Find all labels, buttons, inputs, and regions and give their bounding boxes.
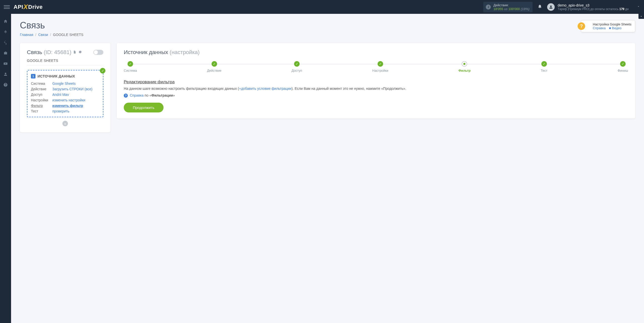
- connection-card: Связь (ID: 45681) GOOGLE SHEETS ✓: [20, 43, 110, 132]
- source-row-key: Фильтр: [31, 104, 52, 108]
- help-video-link[interactable]: Видео: [612, 26, 621, 30]
- info-icon: i: [486, 5, 491, 10]
- step[interactable]: ✓Система: [124, 61, 137, 72]
- step-label: Тест: [541, 69, 547, 72]
- step-done-icon: ✓: [294, 61, 300, 67]
- breadcrumb-home[interactable]: Главная: [20, 33, 33, 37]
- hamburger-icon[interactable]: [4, 4, 10, 10]
- help-box: ? Настройка Google Sheets Справка ■ Виде…: [581, 20, 635, 32]
- continue-button[interactable]: Продолжить: [124, 103, 164, 112]
- actions-label: Действия:: [493, 3, 529, 7]
- dollar-icon[interactable]: [3, 40, 8, 45]
- gear-icon[interactable]: [78, 50, 82, 55]
- step-done-icon: ✓: [378, 61, 383, 67]
- side-rail: [0, 14, 11, 323]
- step-done-icon: ✓: [541, 61, 547, 67]
- help-inline-icon: ?: [124, 94, 128, 98]
- add-filter-link[interactable]: добавить условие фильтрации: [241, 87, 292, 91]
- step-label: Настройки: [372, 69, 388, 72]
- step[interactable]: ✓Доступ: [292, 61, 302, 72]
- source-row-key: Действие: [31, 87, 52, 91]
- actions-values: 18'055 из 100'000 (18%): [493, 7, 529, 11]
- step-label: Система: [124, 69, 137, 72]
- user-icon[interactable]: [3, 72, 8, 77]
- breadcrumb: Главная / Связи / GOOGLE SHEETS: [20, 33, 83, 37]
- main-content: Связь Главная / Связи / GOOGLE SHEETS ? …: [11, 14, 644, 323]
- user-info: demo_apix-drive_s3 Тариф |Премиум PRO| д…: [558, 3, 629, 11]
- filter-help-ref[interactable]: Справка: [130, 93, 144, 97]
- breadcrumb-current: GOOGLE SHEETS: [53, 33, 84, 37]
- source-number: 1: [31, 74, 35, 78]
- source-row-value[interactable]: Andrii Mav: [52, 93, 99, 97]
- source-row-value[interactable]: изменить фильтр: [52, 104, 99, 108]
- source-row-key: Тест: [31, 109, 52, 113]
- step-label: Финиш: [618, 69, 628, 72]
- step-current-icon: [462, 61, 467, 67]
- stepper: ✓Система✓Действие✓Доступ✓НастройкиФильтр…: [124, 61, 628, 72]
- filter-heading: Редактирование фильтра: [124, 79, 628, 85]
- step-label: Фильтр: [458, 69, 471, 72]
- home-icon[interactable]: [3, 19, 8, 24]
- sitemap-icon[interactable]: [3, 29, 8, 34]
- config-card: Источник данных (настройка) ✓Система✓Дей…: [117, 43, 635, 118]
- topbar: API X Drive i Действия: 18'055 из 100'00…: [0, 0, 644, 14]
- logo-x: X: [23, 3, 28, 11]
- logo-api: API: [14, 4, 23, 10]
- breadcrumb-links[interactable]: Связи: [38, 33, 48, 37]
- tariff-info: Тариф |Премиум PRO| до оплаты осталось 1…: [558, 7, 629, 11]
- logo[interactable]: API X Drive: [14, 3, 43, 11]
- conn-subtitle: GOOGLE SHEETS: [27, 59, 103, 65]
- chevron-down-icon[interactable]: [637, 5, 640, 9]
- step-label: Действие: [207, 69, 221, 72]
- source-row-key: Настройки: [31, 98, 52, 102]
- source-box: ✓ 1 ИСТОЧНИК ДАННЫХ СистемаGoogle Sheets…: [27, 70, 103, 117]
- step-done-icon: ✓: [212, 61, 217, 67]
- user-block[interactable]: demo_apix-drive_s3 Тариф |Премиум PRO| д…: [547, 3, 640, 11]
- help-ref-link[interactable]: Справка: [593, 26, 606, 30]
- briefcase-icon[interactable]: [3, 51, 8, 56]
- step[interactable]: ✓Настройки: [372, 61, 388, 72]
- source-row-value[interactable]: проверить: [52, 109, 99, 113]
- help-icon[interactable]: [3, 82, 8, 87]
- source-row-value[interactable]: Загрузить СТРОКИ (все): [52, 87, 99, 91]
- logo-drive: Drive: [28, 4, 43, 10]
- video-icon: ■: [609, 26, 611, 30]
- source-row-value[interactable]: Google Sheets: [52, 82, 99, 86]
- step-label: Доступ: [292, 69, 302, 72]
- step[interactable]: ✓Действие: [207, 61, 221, 72]
- step-done-icon: ✓: [620, 61, 626, 67]
- username: demo_apix-drive_s3: [558, 3, 629, 7]
- youtube-icon[interactable]: [3, 61, 8, 66]
- enable-toggle[interactable]: [93, 50, 103, 55]
- step-done-icon: ✓: [128, 61, 133, 67]
- filter-help-line: ? Справка по «Фильтрации»: [124, 93, 628, 98]
- expand-icon[interactable]: [638, 14, 644, 19]
- source-row-key: Доступ: [31, 93, 52, 97]
- conn-id: (ID: 45681): [44, 49, 71, 56]
- check-icon: ✓: [100, 68, 105, 73]
- bell-icon[interactable]: [538, 4, 542, 10]
- step[interactable]: Фильтр: [458, 61, 471, 72]
- actions-counter[interactable]: i Действия: 18'055 из 100'000 (18%): [483, 2, 532, 12]
- document-icon[interactable]: [73, 50, 76, 55]
- step[interactable]: ✓Тест: [541, 61, 547, 72]
- avatar-icon: [547, 3, 555, 11]
- source-row-key: Система: [31, 82, 52, 86]
- filter-description: На данном шаге возможно настроить фильтр…: [124, 86, 628, 91]
- config-title: Источник данных (настройка): [124, 49, 628, 56]
- conn-label: Связь: [27, 49, 42, 56]
- plus-icon: +: [239, 87, 241, 91]
- step[interactable]: ✓Финиш: [618, 61, 628, 72]
- help-title: Настройка Google Sheets: [593, 22, 631, 26]
- question-icon: ?: [578, 22, 585, 30]
- page-title: Связь: [20, 20, 83, 31]
- source-row-value[interactable]: изменить настройки: [52, 98, 99, 102]
- source-heading: ИСТОЧНИК ДАННЫХ: [37, 74, 75, 78]
- add-button[interactable]: +: [62, 121, 68, 126]
